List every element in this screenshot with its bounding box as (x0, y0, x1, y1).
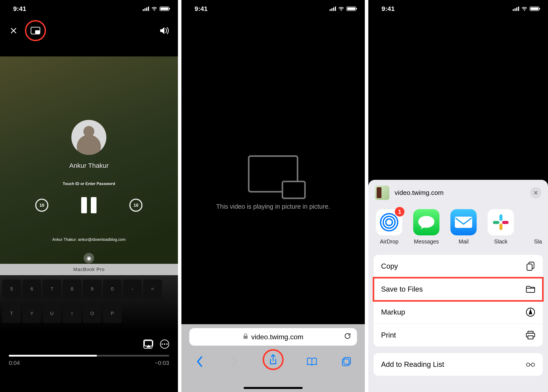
app-messages[interactable]: Messages (412, 209, 441, 245)
markup-icon (526, 307, 535, 317)
app-slack-2[interactable]: Sla (524, 209, 548, 245)
wifi-icon (151, 7, 157, 11)
action-copy[interactable]: Copy (374, 255, 543, 278)
wifi-icon (521, 7, 527, 11)
pause-button[interactable] (81, 197, 97, 213)
copy-icon (526, 261, 535, 271)
share-actions-group: Copy Save to Files Markup Print (374, 255, 543, 347)
cellular-icon (143, 7, 149, 11)
status-indicators (330, 7, 356, 11)
fingerprint-icon: ◉ (84, 253, 94, 263)
airplay-icon (144, 340, 153, 348)
svg-rect-19 (528, 336, 533, 339)
more-button[interactable] (160, 339, 169, 349)
svg-rect-9 (455, 217, 472, 228)
svg-rect-15 (527, 264, 532, 270)
svg-point-20 (526, 363, 530, 366)
svg-rect-10 (499, 214, 503, 221)
svg-point-21 (531, 363, 534, 366)
status-bar: 9:41 (368, 0, 548, 17)
forward-button (228, 355, 241, 368)
safari-toolbar: video.twimg.com (181, 324, 365, 392)
action-reading-list[interactable]: Add to Reading List (374, 353, 543, 376)
share-title: video.twimg.com (395, 189, 525, 196)
share-actions-group-2: Add to Reading List (374, 353, 543, 376)
svg-rect-11 (493, 221, 499, 224)
status-time: 9:41 (195, 5, 208, 13)
skip-back-button[interactable]: 10 (35, 199, 48, 212)
tabs-icon (342, 357, 351, 366)
touch-id-label: Touch ID or Enter Password (63, 182, 115, 186)
cellular-icon (513, 7, 519, 11)
action-print[interactable]: Print (374, 324, 543, 347)
share-apps-row[interactable]: 1 AirDrop Messages Mail Slack (368, 206, 548, 251)
status-bar: 9:41 (0, 0, 178, 17)
status-time: 9:41 (13, 5, 26, 13)
airdrop-badge: 1 (395, 207, 405, 217)
share-sheet-header: video.twimg.com (368, 180, 548, 206)
svg-point-7 (383, 216, 395, 228)
share-button[interactable] (267, 353, 280, 366)
time-elapsed: 0:04 (9, 360, 20, 366)
avatar (71, 120, 106, 155)
phone-safari-pip: 9:41 This video is playing in picture in… (181, 0, 365, 392)
author-name: Ankur Thakur (69, 162, 109, 169)
svg-rect-13 (502, 221, 509, 224)
home-indicator[interactable] (244, 387, 303, 389)
svg-rect-12 (499, 224, 503, 230)
volume-button[interactable] (160, 26, 169, 35)
playback-controls: 10 10 (35, 197, 142, 213)
close-button[interactable] (9, 26, 18, 35)
messages-icon (413, 209, 440, 235)
pip-button[interactable] (31, 26, 40, 35)
action-markup[interactable]: Markup (374, 301, 543, 324)
cellular-icon (330, 7, 336, 11)
skip-forward-button[interactable]: 10 (129, 199, 142, 212)
reload-button[interactable] (344, 332, 351, 342)
status-indicators (143, 7, 169, 11)
pip-icon (31, 27, 40, 35)
airplay-button[interactable] (143, 339, 153, 349)
phone-video-player: 9:41 Ankur Thakur Touch ID or Enter Pass… (0, 0, 178, 392)
battery-icon (346, 7, 356, 11)
player-top-bar (0, 21, 178, 41)
svg-rect-3 (244, 336, 248, 339)
share-sheet: video.twimg.com 1 AirDrop Messages (368, 180, 548, 392)
volume-icon (160, 27, 169, 35)
back-button[interactable] (193, 355, 206, 368)
app-mail[interactable]: Mail (449, 209, 478, 245)
printer-icon (526, 330, 535, 340)
slack-icon (536, 209, 540, 235)
tabs-button[interactable] (340, 355, 353, 368)
svg-rect-4 (344, 357, 350, 364)
app-slack[interactable]: Slack (486, 209, 515, 245)
video-frame[interactable]: Ankur Thakur Touch ID or Enter Password … (0, 56, 178, 332)
reload-icon (344, 332, 351, 340)
address-bar[interactable]: video.twimg.com (189, 328, 357, 346)
wifi-icon (338, 7, 344, 11)
player-bottom-bar: 0:04 −0:03 (0, 333, 178, 392)
close-icon (10, 27, 17, 35)
slack-icon (488, 209, 514, 235)
macbook-label: MacBook Pro (0, 264, 178, 275)
url-text: video.twimg.com (251, 333, 303, 341)
close-sheet-button[interactable] (530, 187, 541, 198)
lock-icon (243, 333, 248, 341)
phone-share-sheet: 9:41 video.twimg.com 1 AirDrop (368, 0, 548, 392)
svg-point-6 (386, 219, 392, 225)
chevron-right-icon (231, 356, 238, 367)
scrubber[interactable] (9, 355, 169, 357)
time-remaining: −0:03 (155, 360, 169, 366)
app-airdrop[interactable]: 1 AirDrop (375, 209, 403, 245)
bookmarks-button[interactable] (305, 355, 318, 368)
share-button-highlight (263, 349, 284, 370)
action-save-to-files[interactable]: Save to Files (374, 278, 543, 301)
svg-rect-5 (342, 359, 349, 365)
share-thumbnail (375, 185, 389, 200)
credit-text: Ankur Thakur: ankur@idownloadblog.com (52, 237, 126, 242)
pip-placeholder: This video is playing in picture in pict… (181, 41, 365, 324)
svg-rect-1 (35, 30, 39, 34)
chevron-left-icon (196, 356, 204, 367)
status-time: 9:41 (381, 5, 395, 13)
book-icon (307, 357, 317, 366)
